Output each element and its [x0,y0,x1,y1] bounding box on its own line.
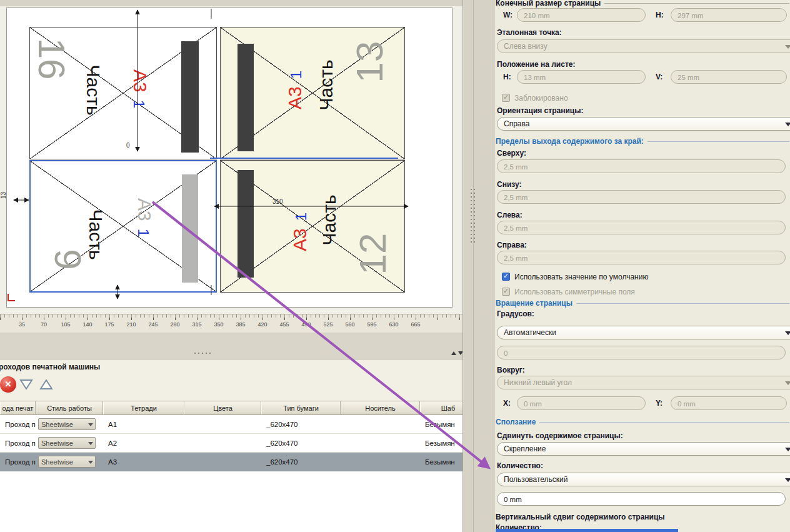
use-default-row: Использовать значение по умолчанию [494,272,790,282]
ruler-tick-label: 490 [301,321,311,328]
focused-dropdown-highlight[interactable] [496,529,678,532]
work-style-dropdown[interactable]: Sheetwise [38,456,96,468]
splitter-grip-icon [470,188,476,245]
template-cell: Безымян [420,439,462,447]
ruler-tick-label: 280 [170,321,179,328]
signature-number: 13 [351,41,389,83]
imposition-page[interactable]: 16 Часть А31 [29,27,217,159]
table-row-selected[interactable]: Проход пе Sheetwise A3 _620x470 Безымян [0,453,462,471]
collation-mark [181,41,199,153]
section-bleed: Пределы выхода содержимого за край: [496,137,789,146]
work-style-dropdown[interactable]: Sheetwise [38,418,96,430]
ruler-tick-label: 105 [61,321,70,328]
bleed-bottom-label: Снизу: [497,180,521,189]
degrees-label: Градусов: [497,309,534,318]
paper-type-cell: _620x470 [261,421,341,428]
page-properties-panel: Конечный размер страницы W: 210 mm H: 29… [494,0,790,532]
orientation-dropdown[interactable]: Справа [497,117,790,131]
ruler-tick-label: 70 [41,321,47,328]
chevron-down-icon [785,381,790,385]
reference-point-label: Эталонная точка: [497,28,562,37]
signature-cell: A2 [103,439,184,447]
ruler-tick-label: 315 [192,321,201,328]
imposition-page[interactable]: А31 Часть 12 [220,160,405,293]
work-style-cell: Sheetwise [36,456,103,468]
table-row[interactable]: Проход пе Sheetwise A1 _620x470 Безымян [0,415,462,434]
ruler-tick-label: 35 [19,321,25,328]
move-down-button[interactable] [19,378,35,394]
column-header[interactable]: Тетради [103,401,184,414]
amount-dropdown[interactable]: Пользовательский [497,473,790,486]
column-header[interactable]: Стиль работы [36,401,103,414]
work-style-cell: Sheetwise [36,437,103,449]
column-header[interactable]: Цвета [184,401,261,414]
table-row[interactable]: Проход пе Sheetwise A2 _620x470 Безымян [0,434,462,453]
work-style-dropdown[interactable]: Sheetwise [38,437,96,449]
work-style-cell: Sheetwise [36,418,103,430]
chevron-down-icon [785,478,790,482]
triangle-down-icon [19,378,34,391]
bleed-top-input: 2,5 mm [497,159,786,173]
final-width-input: 210 mm [517,8,646,22]
part-label: Часть [84,64,102,115]
passes-table: ода печат Стиль работы Тетради Цвета Тип… [0,401,462,532]
symmetric-checkbox [502,288,510,296]
reference-point-dropdown: Слева внизу [497,39,790,53]
degrees-dropdown[interactable]: Автоматически [497,326,790,339]
chevron-down-icon [88,461,93,464]
collation-mark [238,44,254,151]
page-size-label: А31 [135,198,154,237]
chevron-down-icon [88,423,93,426]
selection-line [210,158,398,159]
triangle-up-icon [39,378,54,391]
vertical-splitter[interactable] [462,0,494,532]
bleed-right-label: Справа: [497,241,527,249]
template-cell: Безымян [420,458,462,466]
symmetric-row: Использовать симметричные поля [494,287,790,297]
ruler-tick-label: 245 [148,321,158,328]
column-header[interactable]: Шаб [420,401,462,414]
ruler-tick-label: 385 [236,321,245,328]
chevron-down-icon [785,45,790,49]
pass-cell: Проход пе [0,458,36,466]
ruler-tick-label: 630 [389,321,398,328]
chevron-down-icon [785,448,790,451]
page-size-label: А31 [131,69,149,108]
column-header[interactable]: ода печат [0,401,36,414]
signature-number: 16 [32,38,70,80]
h-pos-label: H: [503,73,511,81]
locked-checkbox [502,94,510,102]
part-label: Часть [86,209,105,259]
move-up-button[interactable] [39,378,55,394]
column-header[interactable]: Тип бумаги [261,401,341,414]
bleed-left-input: 2,5 mm [497,221,786,234]
x-input: 0 mm [517,396,646,410]
delete-pass-button[interactable] [0,376,16,393]
chevron-down-icon [785,331,790,335]
press-passes-panel: роходов печатной машины ода печат Стиль … [0,359,462,532]
column-header[interactable]: Носитель [341,401,420,414]
y-input: 0 mm [671,396,787,410]
horizontal-splitter[interactable] [0,333,462,359]
shift-content-dropdown[interactable]: Скрепление [497,442,790,456]
use-default-checkbox[interactable] [502,273,510,281]
collation-mark [182,174,198,283]
splitter-grip-icon [194,352,212,354]
amount-input[interactable]: 0 mm [497,492,786,506]
final-size-row: W: 210 mm H: 297 mm [494,8,790,23]
ruler-tick-label: 455 [279,321,289,328]
collapse-up-icon[interactable] [451,351,456,355]
pass-cell: Проход пе [0,421,36,428]
imposition-page[interactable]: А31 Часть 13 [220,27,405,159]
panel-title: роходов печатной машины [0,363,100,371]
signature-cell: A3 [103,458,184,466]
position-row: H: 13 mm V: 25 mm [494,70,790,85]
imposition-page-selected[interactable]: 9 Часть А31 [29,160,217,293]
horizontal-ruler[interactable]: 3570105140175210245280315350385420455490… [0,314,462,334]
rotation-xy-row: X: 0 mm Y: 0 mm [494,396,790,411]
ruler-tick-label: 525 [323,321,332,328]
signature-number: 12 [354,233,392,275]
final-height-input: 297 mm [671,8,787,22]
imposition-canvas[interactable]: 16 Часть А31 А31 Часть 13 9 Часть А31 А3… [0,6,462,314]
ruler-tick-label: 420 [258,321,267,328]
